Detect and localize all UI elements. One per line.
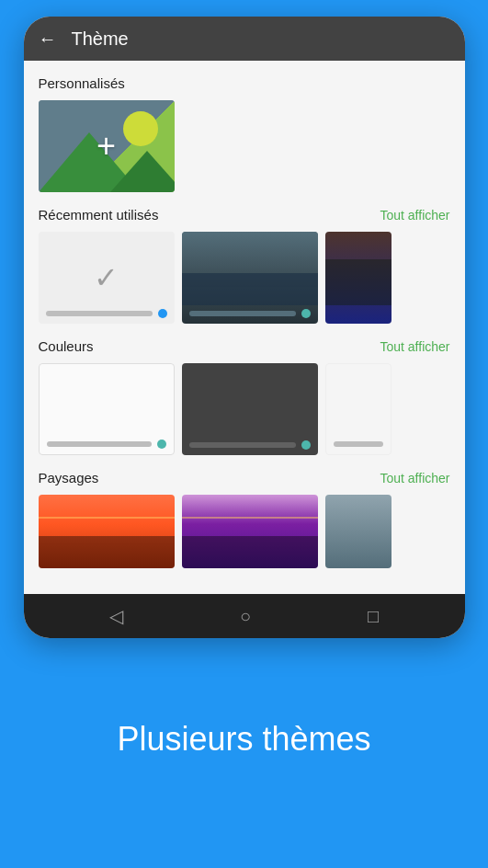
landscape-gray-partial[interactable] [325, 495, 392, 568]
recent-theme-photo2[interactable] [325, 232, 392, 324]
bar-line-2 [189, 311, 296, 316]
colors-themes-row [39, 363, 450, 455]
ls-horizon-2 [182, 517, 318, 519]
card-bottom-bar-4 [182, 435, 318, 455]
nav-back-button[interactable]: ◁ [109, 605, 123, 627]
recent-title: Récemment utilisés [39, 207, 159, 223]
phone-frame: ← Thème Personnalisés + Récemment utilis… [24, 17, 465, 638]
recent-theme-photo1[interactable] [182, 232, 318, 324]
colors-title: Couleurs [39, 338, 94, 354]
colors-section: Couleurs Tout afficher [39, 338, 450, 455]
card-bottom-bar-3 [40, 434, 174, 454]
nav-home-button[interactable]: ○ [240, 606, 251, 627]
ls-silhouette-1 [39, 536, 175, 568]
custom-header: Personnalisés [39, 75, 450, 91]
dot-teal-2 [157, 440, 166, 449]
photo-water-1 [182, 273, 318, 305]
landscapes-title: Paysages [39, 470, 99, 485]
recent-show-all[interactable]: Tout afficher [380, 208, 449, 223]
recent-header: Récemment utilisés Tout afficher [39, 207, 450, 223]
dot-blue-1 [158, 309, 167, 318]
add-icon: + [96, 127, 116, 166]
mountain-right [110, 151, 175, 192]
card-bottom-bar-5 [326, 434, 391, 454]
ls-silhouette-2 [182, 536, 318, 568]
landscapes-show-all[interactable]: Tout afficher [380, 471, 449, 485]
color-theme-dark[interactable] [182, 363, 318, 455]
card-bottom-bar-1 [39, 303, 175, 324]
colors-show-all[interactable]: Tout afficher [380, 339, 449, 354]
recent-themes-row: ✓ [39, 232, 450, 324]
landscapes-header: Paysages Tout afficher [39, 470, 450, 485]
dot-teal-3 [301, 440, 311, 450]
ls-horizon-1 [39, 517, 175, 519]
colors-header: Couleurs Tout afficher [39, 338, 450, 354]
recent-theme-white[interactable]: ✓ [39, 232, 175, 324]
back-button[interactable]: ← [39, 29, 57, 50]
bar-line-5 [334, 441, 383, 447]
landscape-sunset[interactable] [39, 495, 175, 568]
content-area: Personnalisés + Récemment utilisés Tout … [24, 61, 465, 594]
page-bottom: Plusieurs thèmes [117, 638, 370, 868]
custom-section: Personnalisés + [39, 75, 450, 192]
custom-title: Personnalisés [39, 75, 125, 91]
check-icon: ✓ [94, 260, 119, 295]
page-title: Thème [72, 29, 129, 50]
color-theme-light-partial[interactable] [325, 363, 392, 455]
color-theme-white[interactable] [39, 363, 175, 455]
landscape-purple[interactable] [182, 495, 318, 568]
add-theme-card[interactable]: + [39, 100, 175, 192]
bottom-title: Plusieurs thèmes [117, 720, 370, 759]
photo-trees [325, 259, 392, 305]
nav-recents-button[interactable]: □ [368, 606, 379, 627]
bar-line-4 [189, 442, 296, 448]
nav-bar: ◁ ○ □ [24, 594, 465, 638]
top-bar: ← Thème [24, 17, 465, 61]
landscapes-row [39, 495, 450, 568]
bar-line-1 [46, 311, 153, 316]
recent-section: Récemment utilisés Tout afficher ✓ [39, 207, 450, 324]
card-bottom-bar-2 [182, 303, 318, 324]
dot-teal-1 [301, 309, 311, 318]
bar-line-3 [47, 441, 152, 447]
landscapes-section: Paysages Tout afficher [39, 470, 450, 568]
